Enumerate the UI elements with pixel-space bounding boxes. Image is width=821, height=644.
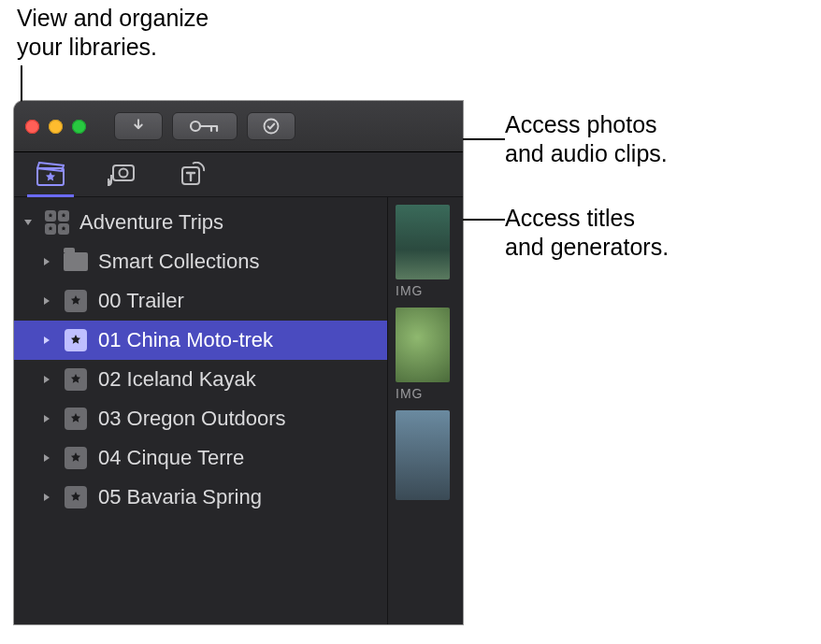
event-star-icon — [63, 366, 89, 393]
event-star-icon — [63, 484, 89, 510]
event-star-icon — [63, 406, 89, 432]
window-controls — [25, 120, 86, 134]
sidebar-item-event[interactable]: 05 Bavaria Spring — [14, 478, 387, 517]
clip-thumbnail[interactable]: IMG — [396, 308, 450, 401]
sidebar-item-event[interactable]: 02 Iceland Kayak — [14, 360, 387, 399]
event-star-icon — [63, 327, 89, 353]
titles-generators-tab[interactable] — [175, 151, 210, 196]
library-icon — [44, 209, 70, 236]
zoom-window-button[interactable] — [72, 120, 86, 134]
close-window-button[interactable] — [25, 120, 39, 134]
disclosure-triangle-icon[interactable] — [40, 453, 53, 463]
thumbnail-image — [396, 308, 450, 382]
disclosure-triangle-icon[interactable] — [40, 493, 53, 502]
camera-music-icon — [108, 162, 136, 186]
disclosure-triangle-icon[interactable] — [40, 336, 53, 345]
clapperboard-star-icon — [36, 162, 65, 186]
svg-rect-3 — [113, 165, 134, 180]
thumbnail-label: IMG — [396, 386, 450, 401]
disclosure-triangle-icon[interactable] — [40, 296, 53, 306]
thumbnail-image — [396, 205, 450, 279]
tree-item-label: Smart Collections — [98, 250, 259, 274]
minimize-window-button[interactable] — [49, 120, 63, 134]
library-tree: Adventure Trips Smart Collections — [14, 197, 388, 624]
browser-thumbnails: IMG IMG — [388, 197, 463, 624]
clip-thumbnail[interactable] — [396, 410, 450, 504]
tree-item-label: 05 Bavaria Spring — [98, 485, 262, 509]
library-row[interactable]: Adventure Trips — [14, 203, 387, 242]
photos-audio-tab[interactable] — [104, 151, 139, 196]
folder-icon — [63, 249, 89, 275]
app-window: Adventure Trips Smart Collections — [14, 101, 463, 624]
window-titlebar — [14, 101, 463, 152]
sidebar-item-smart-collections[interactable]: Smart Collections — [14, 242, 387, 281]
sidebar-item-event[interactable]: 01 China Moto-trek — [14, 321, 387, 360]
download-arrow-icon — [130, 118, 147, 135]
svg-point-0 — [191, 122, 200, 131]
library-name: Adventure Trips — [79, 210, 223, 235]
key-icon — [189, 119, 221, 134]
import-button[interactable] — [114, 112, 163, 140]
sidebar-item-event[interactable]: 04 Cinque Terre — [14, 438, 387, 478]
disclosure-triangle-icon[interactable] — [40, 375, 53, 384]
event-star-icon — [63, 445, 89, 471]
tree-item-label: 01 China Moto-trek — [98, 328, 273, 352]
keyword-button[interactable] — [172, 112, 238, 140]
thumbnail-image — [396, 410, 450, 500]
sidebar-tabs — [14, 152, 463, 197]
callout-titles-generators: Access titles and generators. — [505, 204, 669, 263]
callout-libraries: View and organize your libraries. — [17, 4, 209, 63]
disclosure-triangle-icon[interactable] — [40, 257, 53, 266]
tree-item-label: 03 Oregon Outdoors — [98, 407, 286, 431]
event-star-icon — [63, 288, 89, 314]
tree-item-label: 04 Cinque Terre — [98, 446, 244, 470]
tree-item-label: 02 Iceland Kayak — [98, 367, 256, 392]
libraries-tab[interactable] — [33, 151, 68, 196]
sidebar-item-event[interactable]: 03 Oregon Outdoors — [14, 399, 387, 438]
disclosure-triangle-icon[interactable] — [22, 218, 35, 227]
clip-thumbnail[interactable]: IMG — [396, 205, 450, 298]
checkmark-circle-icon — [262, 117, 281, 136]
svg-point-4 — [120, 169, 128, 178]
background-tasks-button[interactable] — [247, 112, 295, 140]
thumbnail-label: IMG — [396, 283, 450, 298]
callout-photos-audio: Access photos and audio clips. — [505, 110, 668, 169]
sidebar-item-event[interactable]: 00 Trailer — [14, 281, 387, 321]
title-t-icon — [180, 162, 206, 186]
disclosure-triangle-icon[interactable] — [40, 414, 53, 423]
tree-item-label: 00 Trailer — [98, 289, 184, 313]
